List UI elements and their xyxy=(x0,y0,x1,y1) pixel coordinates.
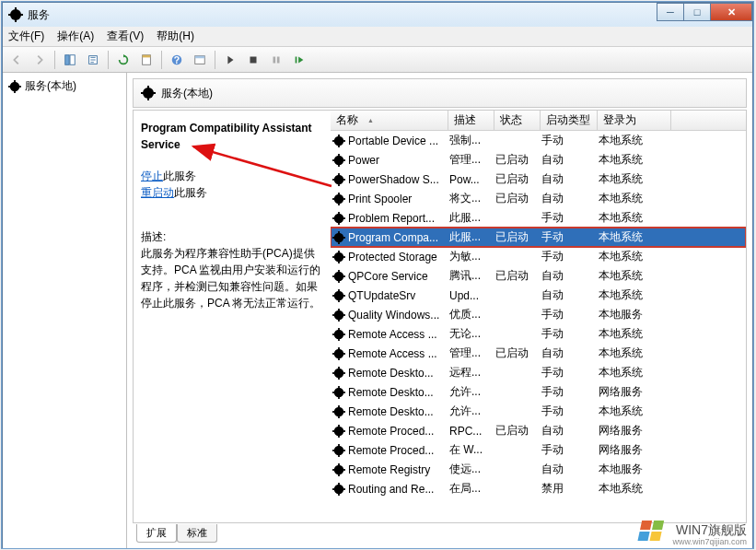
cell-logon: 本地系统 xyxy=(599,210,672,226)
cell-desc: 将文... xyxy=(449,191,495,206)
svg-rect-16 xyxy=(273,56,276,63)
gear-icon xyxy=(332,463,345,476)
show-hide-tree-button[interactable] xyxy=(60,50,80,70)
table-row[interactable]: QTUpdateSrvUpd...自动本地系统 xyxy=(331,286,746,305)
cell-logon: 本地系统 xyxy=(599,171,672,187)
table-row[interactable]: Remote Proced...RPC...已启动自动网络服务 xyxy=(331,421,746,440)
separator xyxy=(108,51,109,69)
titlebar[interactable]: 服务 ─ □ ✕ xyxy=(3,3,752,27)
restart-service-link[interactable]: 重启动 xyxy=(141,186,174,199)
gear-icon xyxy=(332,154,345,167)
pane-header: 服务(本地) xyxy=(133,78,747,108)
col-name[interactable]: 名称 xyxy=(331,111,448,130)
pane-body: Program Compatibility Assistant Service … xyxy=(133,110,747,523)
services-list[interactable]: 名称 描述 状态 启动类型 登录为 Portable Device ...强制.… xyxy=(331,111,746,522)
cell-status: 已启动 xyxy=(495,423,541,439)
table-row[interactable]: Power管理...已启动自动本地系统 xyxy=(331,150,746,170)
cell-startup: 自动 xyxy=(541,268,599,284)
table-row[interactable]: Remote Registry使远...自动本地服务 xyxy=(331,460,746,479)
watermark-url: www.win7qijian.com xyxy=(672,537,747,546)
close-button[interactable]: ✕ xyxy=(710,3,752,21)
tab-extended[interactable]: 扩展 xyxy=(136,524,177,543)
cell-desc: Pow... xyxy=(449,173,495,186)
col-startup[interactable]: 启动类型 xyxy=(541,111,598,130)
cell-name: Remote Proced... xyxy=(348,444,449,457)
minimize-button[interactable]: ─ xyxy=(657,3,684,21)
table-row[interactable]: PowerShadow S...Pow...已启动自动本地系统 xyxy=(331,170,746,189)
cell-name: QPCore Service xyxy=(348,270,449,283)
gear-icon xyxy=(332,289,345,302)
table-row[interactable]: Remote Proced...在 W...手动网络服务 xyxy=(331,440,746,460)
help-button[interactable]: ? xyxy=(167,50,187,70)
cell-desc: 强制... xyxy=(449,133,495,148)
cell-name: QTUpdateSrv xyxy=(348,289,449,302)
cell-startup: 手动 xyxy=(541,384,599,400)
windows-logo-icon xyxy=(634,517,670,544)
restart-service-button[interactable] xyxy=(289,50,309,70)
start-service-button[interactable] xyxy=(220,50,240,70)
menubar: 文件(F) 操作(A) 查看(V) 帮助(H) xyxy=(3,27,752,47)
menu-help[interactable]: 帮助(H) xyxy=(157,29,194,44)
svg-rect-17 xyxy=(277,56,280,63)
cell-desc: 允许... xyxy=(449,404,495,419)
tab-standard[interactable]: 标准 xyxy=(177,524,217,543)
cell-startup: 自动 xyxy=(541,345,599,361)
cell-startup: 自动 xyxy=(541,287,599,303)
table-row[interactable]: Routing and Re...在局...禁用本地系统 xyxy=(331,479,746,498)
forward-button[interactable] xyxy=(29,50,50,70)
service-rows[interactable]: Portable Device ...强制...手动本地系统Power管理...… xyxy=(331,131,746,522)
cell-startup: 自动 xyxy=(541,171,599,187)
gear-icon xyxy=(332,483,345,496)
show-hide-action-button[interactable] xyxy=(190,50,210,70)
gear-icon xyxy=(332,444,345,457)
cell-startup: 手动 xyxy=(541,404,599,419)
table-row[interactable]: Remote Access ...无论...手动本地系统 xyxy=(331,324,746,344)
cell-logon: 本地系统 xyxy=(599,404,672,419)
table-row[interactable]: Print Spooler将文...已启动自动本地系统 xyxy=(331,189,746,208)
table-row[interactable]: Problem Report...此服...手动本地系统 xyxy=(331,208,746,228)
refresh-button[interactable] xyxy=(113,50,134,70)
table-row[interactable]: QPCore Service腾讯...已启动自动本地系统 xyxy=(331,266,746,286)
svg-rect-15 xyxy=(250,56,257,63)
table-row[interactable]: Protected Storage为敏...手动本地系统 xyxy=(331,247,746,266)
cell-name: Remote Proced... xyxy=(348,425,449,438)
table-row[interactable]: Remote Access ...管理...已启动自动本地系统 xyxy=(331,344,746,363)
cell-logon: 本地系统 xyxy=(599,287,672,303)
menu-view[interactable]: 查看(V) xyxy=(107,29,144,44)
maximize-button[interactable]: □ xyxy=(683,3,711,21)
tree-node-services-local[interactable]: 服务(本地) xyxy=(6,76,122,96)
table-row[interactable]: Quality Windows...优质...手动本地服务 xyxy=(331,305,746,324)
table-row[interactable]: Remote Deskto...允许...手动网络服务 xyxy=(331,382,746,402)
properties-button[interactable] xyxy=(136,50,157,70)
gear-icon xyxy=(332,425,345,438)
col-status[interactable]: 状态 xyxy=(494,111,541,130)
stop-service-button[interactable] xyxy=(243,50,263,70)
console-tree[interactable]: 服务(本地) xyxy=(3,73,127,548)
cell-desc: 允许... xyxy=(449,384,495,400)
menu-action[interactable]: 操作(A) xyxy=(57,29,94,44)
gear-icon xyxy=(141,86,156,100)
pause-service-button[interactable] xyxy=(266,50,286,70)
table-row[interactable]: Program Compa...此服...已启动手动本地系统 xyxy=(331,228,746,247)
svg-rect-18 xyxy=(296,56,297,63)
selected-service-title: Program Compatibility Assistant Service xyxy=(141,120,323,153)
table-row[interactable]: Remote Deskto...允许...手动本地系统 xyxy=(331,402,746,421)
cell-desc: 腾讯... xyxy=(449,268,495,284)
col-desc[interactable]: 描述 xyxy=(448,111,494,130)
result-pane: 服务(本地) Program Compatibility Assistant S… xyxy=(127,73,752,548)
export-button[interactable] xyxy=(83,50,103,70)
menu-file[interactable]: 文件(F) xyxy=(8,29,44,44)
cell-logon: 网络服务 xyxy=(599,384,672,400)
gear-icon xyxy=(332,367,345,380)
col-logon[interactable]: 登录为 xyxy=(598,111,671,130)
stop-service-link[interactable]: 停止 xyxy=(141,170,163,182)
table-row[interactable]: Remote Deskto...远程...手动本地系统 xyxy=(331,363,746,382)
cell-status: 已启动 xyxy=(495,268,541,284)
column-headers: 名称 描述 状态 启动类型 登录为 xyxy=(331,111,746,131)
cell-desc: 使远... xyxy=(449,462,495,477)
content-area: 服务(本地) 服务(本地) Program Compatibility Assi… xyxy=(3,73,752,548)
back-button[interactable] xyxy=(6,50,27,70)
detail-panel: Program Compatibility Assistant Service … xyxy=(134,111,331,522)
cell-startup: 手动 xyxy=(541,307,599,322)
table-row[interactable]: Portable Device ...强制...手动本地系统 xyxy=(331,131,746,150)
